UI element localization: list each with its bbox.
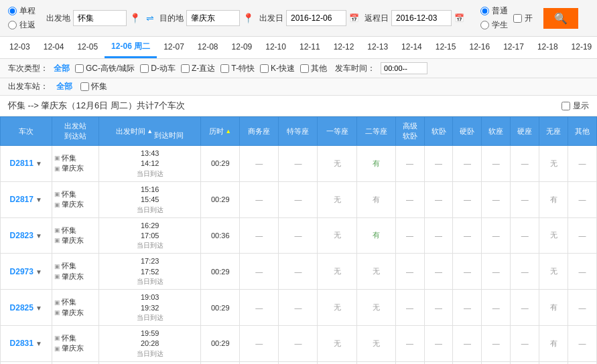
date-tab-12-17[interactable]: 12-17 [496, 38, 531, 58]
second-cell[interactable]: 有 [356, 146, 395, 182]
station-cell: ▣怀集 ▣肇庆东 [52, 146, 99, 182]
special-cell: — [279, 361, 318, 364]
date-tab-12-10[interactable]: 12-10 [259, 38, 293, 58]
other-checkbox[interactable] [300, 64, 309, 73]
d-type-option[interactable]: D-动车 [140, 63, 176, 74]
station-all-option[interactable]: 全部 [56, 81, 72, 92]
high-soft-cell: — [395, 325, 424, 361]
student-passenger-option[interactable]: 学生 [480, 19, 508, 31]
d-checkbox[interactable] [140, 64, 149, 73]
other-type-option[interactable]: 其他 [300, 63, 327, 74]
return-date-input[interactable] [391, 10, 452, 26]
to-input[interactable] [186, 10, 240, 26]
train-dropdown-arrow[interactable]: ▼ [36, 160, 42, 167]
display-option[interactable]: 显示 [561, 100, 589, 112]
arrive-time: 17:52 [101, 267, 198, 277]
station-cell: ▣怀集 ▣肇庆东 [52, 325, 99, 361]
from-station: 怀集 [62, 333, 76, 343]
date-tab-12-15[interactable]: 12-15 [429, 38, 463, 58]
train-no-link[interactable]: D2831 [10, 339, 34, 348]
date-tab-12-16[interactable]: 12-16 [462, 38, 496, 58]
train-dropdown-arrow[interactable]: ▼ [36, 304, 42, 312]
date-tab-12-11[interactable]: 12-11 [293, 38, 327, 58]
date-tab-12-05[interactable]: 12-05 [70, 38, 105, 58]
open-checkbox[interactable] [513, 14, 522, 23]
th-hard-seat: 硬座 [511, 117, 539, 146]
departure-calendar-icon[interactable]: 📅 [349, 13, 359, 23]
date-tab-12-09[interactable]: 12-09 [225, 38, 259, 58]
other-cell: — [568, 361, 597, 364]
special-cell: — [279, 325, 318, 361]
depart-time-input[interactable] [381, 62, 427, 74]
from-input[interactable] [73, 10, 127, 26]
departure-date-input[interactable] [286, 10, 346, 26]
round-trip-radio[interactable] [8, 21, 17, 29]
special-cell: — [279, 290, 318, 326]
one-way-option[interactable]: 单程 [8, 5, 36, 17]
date-tab-12-06[interactable]: 12-06 周二 [105, 37, 157, 58]
date-tab-12-07[interactable]: 12-07 [157, 38, 191, 58]
swap-icon[interactable]: ⇌ [146, 13, 154, 23]
train-no-link[interactable]: D2825 [10, 303, 34, 312]
normal-passenger-option[interactable]: 普通 [480, 5, 508, 17]
table-row: D2973 ▼ ▣怀集 ▣肇庆东 17:23 17:52 当日到达 00:29 … [1, 254, 597, 290]
k-checkbox[interactable] [260, 64, 269, 73]
date-tab-12-18[interactable]: 12-18 [531, 38, 565, 58]
train-no-cell: D2825 ▼ [1, 290, 52, 326]
date-tab-12-12[interactable]: 12-12 [327, 38, 361, 58]
train-no-link[interactable]: D2817 [10, 195, 34, 204]
t-type-option[interactable]: T-特快 [220, 63, 255, 74]
t-checkbox[interactable] [220, 64, 229, 73]
filter-bar: 车次类型： 全部 GC-高铁/城际 D-动车 Z-直达 T-特快 K-快速 其他… [0, 59, 597, 78]
business-cell: — [240, 146, 279, 182]
train-dropdown-arrow[interactable]: ▼ [36, 196, 42, 203]
duration-cell: 00:29 [201, 254, 240, 290]
table-row: D2811 ▼ ▣怀集 ▣肇庆东 13:43 14:12 当日到达 00:29 … [1, 146, 597, 182]
arrive-hint: 当日到达 [101, 169, 198, 179]
k-type-option[interactable]: K-快速 [260, 63, 295, 74]
one-way-radio[interactable] [8, 7, 17, 15]
hard-seat-cell: — [511, 361, 539, 364]
th-special: 特等座 [279, 117, 318, 146]
duration-cell: 00:29 [201, 325, 240, 361]
th-duration[interactable]: 历时▲ [201, 117, 240, 146]
normal-passenger-radio[interactable] [480, 7, 489, 15]
business-cell: — [240, 181, 279, 217]
hard-sleep-cell: — [453, 290, 482, 326]
z-type-option[interactable]: Z-直达 [181, 63, 215, 74]
from-location-icon: 📍 [129, 13, 141, 23]
second-cell[interactable]: 2 [356, 361, 395, 364]
train-no-cell: D2817 ▼ [1, 181, 52, 217]
gc-checkbox[interactable] [75, 64, 84, 73]
gc-type-option[interactable]: GC-高铁/城际 [75, 63, 135, 74]
train-no-link[interactable]: D2973 [10, 267, 34, 276]
th-time[interactable]: 出发时间▲到达时间 [99, 117, 201, 146]
date-tab-12-13[interactable]: 12-13 [360, 38, 395, 58]
date-tab-12-08[interactable]: 12-08 [191, 38, 225, 58]
date-tab-12-03[interactable]: 12-03 [3, 38, 37, 58]
date-tab-12-19[interactable]: 12-19 [565, 38, 597, 58]
z-checkbox[interactable] [181, 64, 190, 73]
time-cell: 15:16 15:45 当日到达 [99, 181, 201, 217]
train-no-link[interactable]: D2823 [10, 231, 34, 240]
second-cell[interactable]: 有 [356, 217, 395, 254]
train-dropdown-arrow[interactable]: ▼ [36, 232, 42, 240]
train-dropdown-arrow[interactable]: ▼ [36, 340, 42, 347]
round-trip-option[interactable]: 往返 [8, 19, 36, 31]
student-passenger-radio[interactable] [480, 21, 489, 29]
date-tab-12-14[interactable]: 12-14 [395, 38, 429, 58]
search-button[interactable]: 🔍 [543, 8, 578, 29]
to-station: 肇庆东 [62, 272, 84, 282]
arrive-hint: 当日到达 [101, 241, 198, 250]
huaiji-checkbox[interactable] [80, 82, 89, 91]
date-tab-12-04[interactable]: 12-04 [37, 38, 71, 58]
train-dropdown-arrow[interactable]: ▼ [36, 268, 42, 276]
open-option[interactable]: 开 [513, 13, 533, 24]
return-date-field: 返程日 📅 [364, 10, 464, 26]
display-checkbox[interactable] [561, 102, 570, 110]
to-station-icon: ▣ [54, 201, 60, 209]
return-calendar-icon[interactable]: 📅 [454, 13, 464, 23]
huaiji-station-option[interactable]: 怀集 [80, 81, 107, 92]
all-type-option[interactable]: 全部 [54, 63, 70, 74]
train-no-link[interactable]: D2811 [10, 159, 34, 168]
